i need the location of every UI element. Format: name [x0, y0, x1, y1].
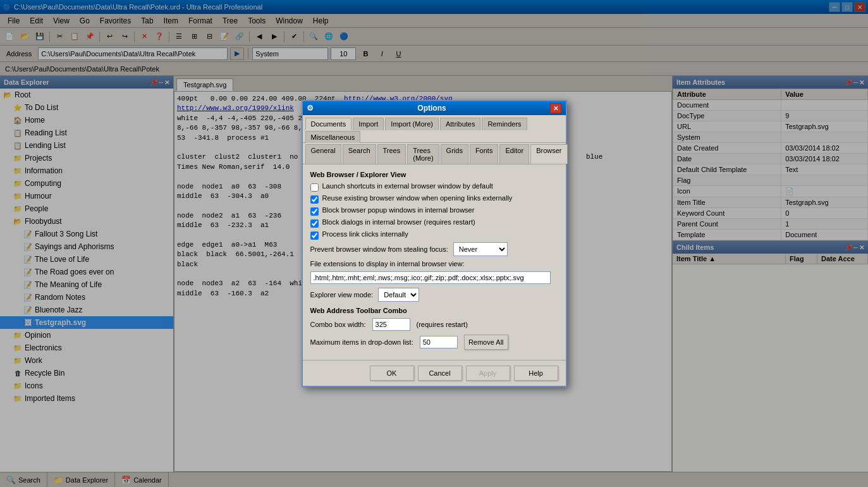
modal-title: Options [417, 104, 446, 113]
apply-button[interactable]: Apply [466, 366, 510, 381]
combo-width-row: Combo box width: (requires restart) [310, 318, 558, 331]
modal-subtabs: General Search Trees Trees (More) Grids … [303, 143, 566, 164]
checkbox-label-1: Launch shortcuts in external browser win… [322, 182, 493, 190]
modal-subtab-editor[interactable]: Editor [499, 144, 529, 164]
combo-width-input[interactable] [372, 318, 410, 331]
remove-all-button[interactable]: Remove All [464, 335, 508, 350]
modal-tab-import[interactable]: Import [353, 118, 384, 130]
checkbox-label-4: Block dialogs in internal browser (requi… [322, 218, 475, 226]
modal-tab-documents[interactable]: Documents [305, 118, 352, 130]
ok-button[interactable]: OK [370, 366, 414, 381]
help-button[interactable]: Help [514, 366, 558, 381]
checkbox-label-2: Reuse existing browser window when openi… [322, 194, 513, 202]
modal-tab-reminders[interactable]: Reminders [482, 118, 527, 130]
modal-tab-attributes[interactable]: Attributes [440, 118, 480, 130]
modal-section-title: Web Browser / Explorer View [310, 171, 558, 178]
extensions-input-row [310, 271, 558, 284]
modal-tab-import-more[interactable]: Import (More) [385, 118, 439, 130]
extensions-label-row: File extensions to display in internal b… [310, 260, 558, 268]
checkbox-row-2: Reuse existing browser window when openi… [310, 194, 558, 204]
prevent-focus-label: Prevent browser window from stealing foc… [310, 245, 448, 253]
extensions-label: File extensions to display in internal b… [310, 260, 465, 268]
prevent-focus-row: Prevent browser window from stealing foc… [310, 242, 558, 256]
modal-subtab-fonts[interactable]: Fonts [470, 144, 499, 164]
max-items-label: Maximum items in drop-down list: [310, 338, 413, 346]
max-items-input[interactable] [420, 336, 458, 348]
modal-body: Web Browser / Explorer View Launch short… [303, 164, 566, 360]
modal-title-bar: ⚙ Options ✕ [303, 101, 566, 115]
modal-title-icon: ⚙ [307, 104, 314, 113]
extensions-input[interactable] [310, 271, 551, 284]
modal-overlay: ⚙ Options ✕ Documents Import Import (Mor… [0, 0, 868, 487]
explorer-mode-select[interactable]: Default Details List [378, 288, 419, 302]
checkbox-row-1: Launch shortcuts in external browser win… [310, 182, 558, 192]
checkbox-external-browser[interactable] [310, 183, 319, 192]
options-dialog: ⚙ Options ✕ Documents Import Import (Mor… [302, 100, 567, 387]
checkbox-process-links[interactable] [310, 231, 319, 240]
modal-subtab-general[interactable]: General [305, 144, 341, 164]
modal-tabs: Documents Import Import (More) Attribute… [303, 115, 566, 143]
explorer-mode-row: Explorer view mode: Default Details List [310, 288, 558, 302]
checkbox-reuse-browser[interactable] [310, 195, 319, 204]
modal-subtab-trees[interactable]: Trees [377, 144, 406, 164]
modal-subtab-search[interactable]: Search [343, 144, 376, 164]
checkbox-label-5: Process link clicks internally [322, 230, 408, 238]
checkbox-row-4: Block dialogs in internal browser (requi… [310, 218, 558, 228]
combo-width-suffix: (requires restart) [417, 321, 468, 328]
explorer-mode-label: Explorer view mode: [310, 291, 374, 299]
prevent-focus-select[interactable]: Never Always Sometimes [453, 242, 508, 256]
checkbox-block-dialogs[interactable] [310, 219, 319, 228]
modal-subtab-trees-more[interactable]: Trees (More) [407, 144, 439, 164]
checkbox-block-popup[interactable] [310, 207, 319, 216]
checkbox-row-5: Process link clicks internally [310, 230, 558, 240]
modal-tab-miscellaneous[interactable]: Miscellaneous [305, 131, 361, 143]
modal-footer: OK Cancel Apply Help [303, 360, 566, 386]
cancel-button[interactable]: Cancel [418, 366, 462, 381]
modal-close-btn[interactable]: ✕ [550, 103, 561, 113]
modal-subtab-browser[interactable]: Browser [530, 144, 567, 164]
max-items-row: Maximum items in drop-down list: Remove … [310, 335, 558, 350]
checkbox-label-3: Block browser popup windows in internal … [322, 206, 475, 214]
combo-width-label: Combo box width: [310, 321, 366, 328]
checkbox-row-3: Block browser popup windows in internal … [310, 206, 558, 216]
web-address-section-title: Web Address Toolbar Combo [310, 307, 558, 314]
modal-subtab-grids[interactable]: Grids [441, 144, 468, 164]
